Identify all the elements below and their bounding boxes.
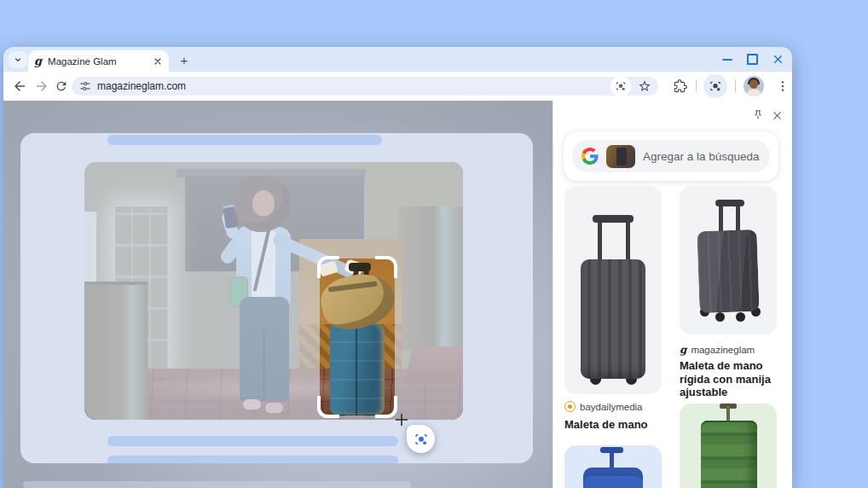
- close-icon: [772, 110, 783, 121]
- window-controls: [722, 47, 784, 72]
- lens-icon: [709, 79, 722, 93]
- search-placeholder: Agregar a la búsqueda: [643, 150, 760, 163]
- toolbar-divider: [735, 79, 736, 93]
- pin-panel-button[interactable]: [749, 107, 767, 124]
- suitcase-wheel: [715, 312, 725, 322]
- google-g-logo: [582, 148, 599, 165]
- suitcase-body: [581, 259, 645, 379]
- window-close-button[interactable]: [773, 54, 784, 65]
- bookmark-star-icon[interactable]: [638, 79, 651, 93]
- pin-icon: [752, 109, 764, 121]
- woman-pants: [240, 297, 289, 401]
- chevron-down-icon: [13, 55, 23, 65]
- tab-search-button[interactable]: [9, 51, 27, 68]
- woman-shoe: [243, 399, 261, 410]
- toolbar-divider: [696, 79, 697, 93]
- magazine-photo[interactable]: [84, 162, 463, 420]
- lens-fab-icon: [414, 432, 429, 447]
- photo-cabinet-left: [84, 282, 148, 420]
- tune-icon[interactable]: [79, 80, 91, 92]
- result-image-suitcase-angled[interactable]: [680, 186, 777, 334]
- tab-magazine-glam[interactable]: g Magazine Glam: [28, 50, 169, 72]
- selection-corner-bracket[interactable]: [317, 256, 339, 278]
- result-image-suitcase-green[interactable]: [680, 404, 777, 488]
- browser-toolbar: magazineglam.com: [3, 72, 792, 101]
- back-icon[interactable]: [12, 78, 27, 94]
- skeleton-text-bar: [107, 436, 398, 446]
- suitcase-body: [701, 421, 757, 488]
- kebab-menu-icon[interactable]: [776, 79, 790, 93]
- result-title[interactable]: Maleta de mano rígida con manija ajustab…: [680, 359, 780, 399]
- selection-corner-bracket[interactable]: [317, 396, 339, 418]
- maximize-button[interactable]: [747, 54, 758, 65]
- suitcase-body: [583, 468, 643, 488]
- photo-awning: [404, 346, 463, 384]
- tab-close-icon[interactable]: [153, 56, 163, 67]
- skeleton-header-bar: [107, 135, 382, 145]
- suitcase-body: [697, 229, 759, 313]
- reload-icon[interactable]: [55, 79, 68, 93]
- baydailymedia-favicon-icon: [564, 401, 576, 412]
- suitcase-pole: [626, 222, 630, 264]
- result-title[interactable]: Maleta de mano: [564, 418, 662, 432]
- magazineglam-favicon-icon: g: [680, 345, 686, 355]
- suitcase-pole: [598, 222, 602, 264]
- dimmed-next-section: [23, 481, 411, 488]
- magazine-page-card: [20, 133, 533, 463]
- close-panel-button[interactable]: [768, 107, 785, 124]
- woman-shoe: [265, 403, 283, 413]
- browser-window: g Magazine Glam + magazineglam.com: [3, 47, 792, 488]
- minimize-button[interactable]: [722, 59, 732, 61]
- result-image-suitcase-front[interactable]: [564, 186, 662, 394]
- avatar-face: [749, 79, 758, 89]
- source-label: baydailymedia: [580, 402, 643, 412]
- suitcase-pole: [726, 406, 730, 421]
- lens-side-panel: Agregar a la búsqueda baydailymedia Male…: [553, 101, 792, 488]
- lens-fab-button[interactable]: [407, 425, 435, 453]
- url-text[interactable]: magazineglam.com: [97, 80, 186, 92]
- photo-cabinet-right: [398, 206, 463, 350]
- source-label: magazineglam: [691, 345, 755, 355]
- avatar-shirt: [746, 89, 761, 96]
- address-bar[interactable]: magazineglam.com: [72, 77, 658, 96]
- result-source[interactable]: baydailymedia: [564, 401, 643, 412]
- woman-face: [252, 190, 275, 216]
- new-tab-button[interactable]: +: [176, 52, 192, 67]
- browser-viewport: Agregar a la búsqueda baydailymedia Male…: [3, 101, 792, 488]
- page-viewport: [3, 101, 553, 488]
- result-image-suitcase-blue[interactable]: [564, 445, 662, 488]
- lens-icon: [615, 80, 627, 92]
- forward-icon[interactable]: [34, 78, 49, 94]
- tab-strip: g Magazine Glam +: [3, 47, 792, 72]
- suitcase-wheel: [736, 312, 745, 322]
- lens-selection-region[interactable]: [320, 259, 395, 415]
- photo-woman: [212, 176, 315, 420]
- selection-corner-bracket[interactable]: [375, 256, 397, 278]
- extensions-icon[interactable]: [674, 79, 687, 93]
- lens-search-card: Agregar a la búsqueda: [564, 131, 778, 181]
- lens-search-input[interactable]: Agregar a la búsqueda: [572, 140, 770, 172]
- omnibox-lens-button[interactable]: [610, 76, 631, 96]
- suitcase-pole: [610, 452, 614, 469]
- crosshair-cursor: [395, 413, 408, 427]
- profile-avatar[interactable]: [744, 76, 764, 96]
- lens-toolbar-button[interactable]: [703, 74, 727, 98]
- suitcase-handle: [715, 200, 744, 206]
- selected-region-thumbnail: [606, 145, 635, 168]
- skeleton-text-bar: [107, 456, 398, 463]
- tab-title: Magazine Glam: [48, 56, 153, 67]
- tab-favicon-icon: g: [34, 55, 42, 67]
- result-source[interactable]: g magazineglam: [680, 345, 755, 355]
